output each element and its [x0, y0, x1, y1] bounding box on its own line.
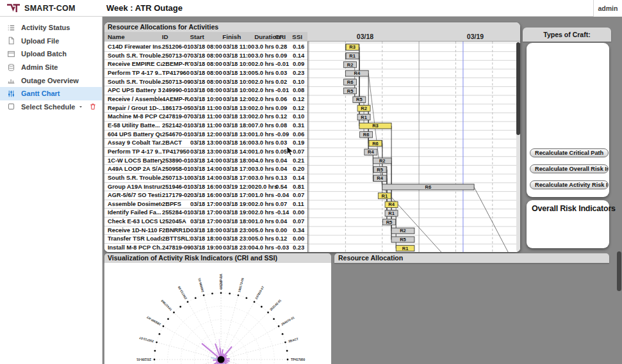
table-row[interactable]: South S.R. Trouble...250713-0903/18 08:0… [104, 78, 307, 87]
cell: 20.0 hrs [255, 183, 275, 191]
table-row[interactable]: Repair / Grout 1D-...186173-0503/18 11:0… [104, 104, 307, 113]
cell: 2BPFS [162, 200, 190, 209]
cell: 0.09 [275, 52, 293, 60]
table-row[interactable]: APC UPS Battery 3 ...249990-0103/18 08:0… [104, 86, 307, 95]
table-row[interactable]: Install M-8 PCP Ch...247819-0903/18 19:0… [104, 244, 307, 252]
column-header-ssi[interactable]: SSI [292, 32, 307, 42]
cell: Receive EMPIRE Ca... [108, 60, 162, 68]
cell: 03/18 17:00 [223, 174, 255, 182]
overall-risk-panel: Overall Risk Indicators [527, 200, 609, 248]
table-row[interactable]: Identify Failed Fa...255284-0103/18 17:0… [104, 209, 307, 218]
cell: 249990-01 [162, 86, 190, 95]
sidebar-item-outage-overview[interactable]: Outage Overview [0, 74, 102, 87]
table-row[interactable]: A49A LOOP 2A S/A C...250958-0103/18 14:0… [104, 165, 307, 174]
cell: 250713-07 [162, 52, 190, 60]
svg-text:R1: R1 [388, 210, 395, 216]
viz-panel-title: Visualization of Activity Risk Indicator… [108, 254, 277, 262]
table-row[interactable]: C14D Firewater Ins...251206-0103/18 08:0… [104, 43, 307, 52]
column-header-id[interactable]: ID [162, 32, 190, 42]
page-scrollbar-thumb[interactable] [617, 251, 621, 291]
svg-text:R1: R1 [349, 53, 356, 59]
admin-menu[interactable]: admin [593, 0, 622, 17]
radial-label: 4AEMP-RA [220, 273, 223, 290]
cell: 2BACT [162, 139, 190, 147]
cell: 03/18 10:00 [223, 78, 255, 86]
cell: 0.07 [275, 200, 293, 209]
cell: 247819-09 [162, 244, 190, 252]
table-row[interactable]: 604 UPS Battery Qu...254670-0103/18 12:0… [104, 131, 307, 139]
cell: 250713-10 [162, 174, 190, 182]
gantt-vertical-scrollbar[interactable] [516, 42, 520, 251]
svg-text:R4: R4 [388, 202, 395, 207]
gantt-vertical-scrollbar-thumb[interactable] [516, 42, 520, 135]
cell: Identify Failed Fa... [108, 209, 162, 217]
table-row[interactable]: Perform TP 4-17 9....TP41796003/18 08:00… [104, 69, 307, 78]
table-row[interactable]: AGR-5/6/7 SO Testi...217179-0203/18 16:0… [104, 191, 307, 200]
sidebar-item-select-schedule[interactable]: Select Schedule [0, 100, 102, 114]
radial-risk-chart: 251206-01250713-072BEMP-RTTP417960250713… [104, 263, 331, 364]
cell: 03/18 11:00 [223, 52, 255, 60]
cell: 0.07 [293, 218, 308, 226]
cell: 3.0 hrs [255, 165, 275, 173]
delete-schedule-button[interactable] [89, 102, 97, 111]
sidebar-item-activity-status[interactable]: Activity Status [0, 21, 102, 35]
cell: 03/18 11:00 [223, 43, 255, 51]
cell: 0.12 [293, 95, 308, 104]
gantt-chart[interactable]: R3R1R2R4R6R5R5R2R1R3R6R6R4R2R5R4R6R1R4R1… [307, 42, 516, 252]
radial-label: TP417950 [291, 358, 305, 361]
column-header-finish[interactable]: Finish [222, 32, 254, 42]
svg-text:R5: R5 [347, 88, 354, 94]
table-row[interactable]: Group A19A Instrum...251946-0103/18 16:0… [104, 183, 307, 192]
table-row[interactable]: Perform TP 4-17 9....TP41795003/18 13:00… [104, 148, 307, 157]
cell: 03/18 23:00 [223, 235, 255, 243]
sidebar-item-gantt-chart[interactable]: Gantt Chart [0, 87, 102, 100]
cell: 0.05 [275, 148, 293, 156]
cell: 03/18 11:00 [190, 122, 223, 130]
column-header-name[interactable]: Name [108, 32, 162, 42]
chevron-down-icon [78, 104, 83, 109]
cell: 0.19 [293, 139, 308, 147]
table-row[interactable]: Check E-63 LOCS UP...252045A03/18 17:000… [104, 218, 307, 226]
recalculate-overall-risk-indicators-button[interactable]: Recalculate Overall Risk Indicators [530, 164, 609, 173]
cell: 0.31 [293, 122, 308, 130]
cell: 03/18 13:00 [190, 148, 223, 156]
table-row[interactable]: Assay 9 Cobalt Tar...2BACT03/18 13:0003/… [104, 139, 307, 148]
table-row[interactable]: 1C-W LOCS Battery ...253890-0103/18 14:0… [104, 157, 307, 166]
svg-text:R1: R1 [402, 246, 409, 251]
table-row[interactable]: Receive / Assemble...4AEMP-RA03/18 10:00… [104, 95, 307, 104]
cell: 03/18 17:00 [190, 218, 223, 226]
cell: Perform TP 4-17 9.... [108, 69, 162, 77]
svg-text:R6: R6 [372, 141, 379, 146]
table-row[interactable]: Receive 1D-N-110 F...2BNRR1D03/18 18:000… [104, 226, 307, 235]
sidebar-item-admin-site[interactable]: Admin Site [0, 61, 102, 74]
cell: 03/18 17:00 [190, 209, 223, 217]
cell: 4AEMP-RA [162, 95, 190, 104]
cell: AGR-5/6/7 SO Testi... [108, 191, 162, 200]
sidebar-item-label: Activity Status [21, 24, 70, 31]
table-row[interactable]: Receive EMPIRE Ca...2BEMP-RT03/18 08:000… [104, 60, 307, 69]
top-bar: SMART-COM Week : ATR Outage admin [0, 0, 622, 17]
table-row[interactable]: Machine M-8 PCP Ch...247819-0703/18 11:0… [104, 113, 307, 122]
table-row[interactable]: E-58 Utility Batte...252142-0103/18 11:0… [104, 122, 307, 131]
table-row[interactable]: South S.R. Trouble...250713-0703/18 08:0… [104, 52, 307, 61]
resource-allocation-header: Resource Allocation [334, 253, 609, 263]
cell: 0.03 [275, 69, 293, 77]
sidebar-item-upload-batch[interactable]: Upload Batch [0, 47, 102, 61]
table-row[interactable]: Transfer TSR Loads...2BTTSRL1003/18 18:0… [104, 235, 307, 244]
column-header-duration[interactable]: Duration [254, 32, 275, 42]
table-row[interactable]: Assemble Dosimeter...2BPFS03/18 17:0003/… [104, 200, 307, 209]
radial-label: 254670-01 [281, 316, 295, 326]
column-header-start[interactable]: Start [190, 32, 223, 42]
recalculate-critical-path-button[interactable]: Recalculate Critical Path [530, 148, 609, 157]
column-header-cri[interactable]: CRI [275, 32, 292, 42]
table-row[interactable]: South S.R. Trouble...250713-1003/18 14:0… [104, 174, 307, 183]
cell: 3.0 hrs [255, 174, 275, 182]
cell: 0.11 [293, 200, 308, 209]
cell: 255284-01 [162, 209, 190, 217]
cell: 03/18 18:00 [190, 235, 223, 243]
recalculate-activity-risk-indicators-button[interactable]: Recalculate Activity Risk Indicators [530, 180, 609, 189]
cell: 252045A [162, 218, 190, 226]
cell: 03/18 18:00 [223, 218, 255, 226]
sidebar-item-upload-file[interactable]: Upload File [0, 35, 102, 48]
cell: 0.02 [275, 78, 293, 86]
